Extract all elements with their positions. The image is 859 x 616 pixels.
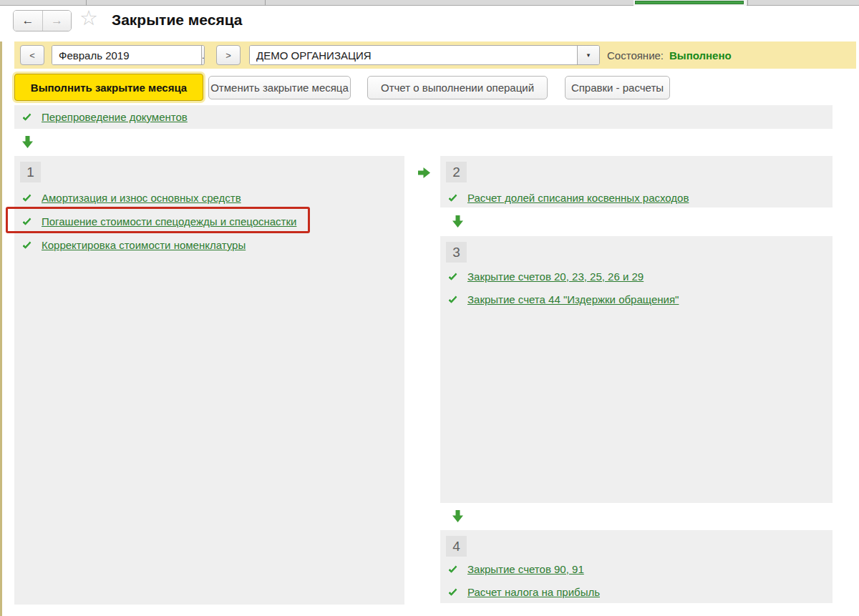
highlight-red-box <box>6 207 310 233</box>
month-closing-window: ← → ☆ Закрытие месяца < ... > ▾ Состояни… <box>0 0 859 616</box>
status-badge: Выполнено <box>669 49 732 62</box>
references-calculations-button[interactable]: Справки - расчеты <box>565 76 670 99</box>
operations-group-3: 3 Закрытие счетов 20, 23, 25, 26 и 29 За… <box>440 236 833 503</box>
tab-separator <box>265 0 266 6</box>
operation-row: Закрытие счетов 20, 23, 25, 26 и 29 <box>440 265 644 288</box>
operation-row: Закрытие счетов 90, 91 <box>440 557 584 581</box>
arrow-down-icon <box>452 215 463 228</box>
period-field-group: ... <box>52 45 205 65</box>
next-period-button[interactable]: > <box>216 45 241 65</box>
check-icon <box>22 240 31 249</box>
back-arrow-icon[interactable]: ← <box>14 11 42 31</box>
check-icon <box>448 271 457 280</box>
active-tab-indicator <box>635 1 744 4</box>
income-tax-calculation-link[interactable]: Расчет налога на прибыль <box>467 586 600 598</box>
group-number: 3 <box>446 242 467 263</box>
favorite-star-icon[interactable]: ☆ <box>79 8 98 29</box>
group-number: 2 <box>446 162 467 182</box>
operations-report-button[interactable]: Отчет о выполнении операций <box>367 76 548 99</box>
history-nav-group: ← → <box>13 10 72 31</box>
tab-separator <box>86 0 87 6</box>
reposting-documents-link[interactable]: Перепроведение документов <box>42 111 188 123</box>
page-title: Закрытие месяца <box>112 11 243 29</box>
check-icon <box>448 564 457 573</box>
cancel-month-closing-button[interactable]: Отменить закрытие месяца <box>208 76 351 99</box>
check-icon <box>448 294 457 303</box>
previous-period-button[interactable]: < <box>20 45 44 65</box>
depreciation-link[interactable]: Амортизация и износ основных средств <box>42 192 241 204</box>
forward-arrow-icon[interactable]: → <box>42 11 71 31</box>
check-icon <box>22 112 31 121</box>
operation-row: Закрытие счета 44 "Издержки обращения" <box>440 288 679 311</box>
window-left-edge <box>0 41 2 616</box>
operation-row: Расчет налога на прибыль <box>440 580 600 604</box>
group-number: 4 <box>446 536 467 557</box>
tab-separator <box>747 0 748 6</box>
group-number: 1 <box>20 162 41 182</box>
organization-field-group: ▾ <box>249 45 600 65</box>
close-accounts-20-29-link[interactable]: Закрытие счетов 20, 23, 25, 26 и 29 <box>467 270 644 283</box>
item-cost-adjustment-link[interactable]: Корректировка стоимости номенклатуры <box>42 239 246 251</box>
arrow-down-icon <box>452 510 463 522</box>
operation-row: Корректировка стоимости номенклатуры <box>14 233 246 257</box>
check-icon <box>448 587 457 596</box>
arrow-down-icon <box>22 136 33 148</box>
check-icon <box>448 192 457 202</box>
status-block: Состояние: Выполнено <box>607 41 732 69</box>
close-accounts-90-91-link[interactable]: Закрытие счетов 90, 91 <box>467 563 584 575</box>
operations-group-4: 4 Закрытие счетов 90, 91 Расчет налога н… <box>440 530 833 603</box>
check-icon <box>22 192 31 202</box>
active-browser-tab[interactable] <box>634 0 747 6</box>
period-more-button[interactable]: ... <box>201 46 205 64</box>
status-label: Состояние: <box>607 49 664 62</box>
chevron-down-icon: ▾ <box>587 52 591 59</box>
run-month-closing-button[interactable]: Выполнить закрытие месяца <box>14 74 203 101</box>
close-account-44-link[interactable]: Закрытие счета 44 "Издержки обращения" <box>467 293 679 305</box>
operation-row: Расчет долей списания косвенных расходов <box>440 186 689 210</box>
organization-input[interactable] <box>250 46 577 64</box>
indirect-costs-share-link[interactable]: Расчет долей списания косвенных расходов <box>467 192 689 204</box>
browser-tabstrip <box>0 0 859 6</box>
arrow-right-icon <box>418 167 430 178</box>
filter-bar: < ... > ▾ Состояние: Выполнено <box>14 41 856 69</box>
organization-dropdown-button[interactable]: ▾ <box>577 46 599 64</box>
period-input[interactable] <box>52 46 201 64</box>
operations-group-2: 2 Расчет долей списания косвенных расход… <box>440 156 833 207</box>
reposting-strip: Перепроведение документов <box>14 105 833 129</box>
